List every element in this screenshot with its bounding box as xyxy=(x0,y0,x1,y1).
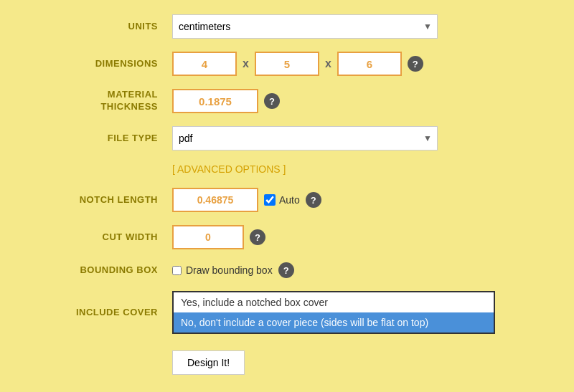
units-row: UNITS centimeters inches millimeters ▼ xyxy=(29,14,545,39)
include-cover-control: Yes, include a notched box cover No, don… xyxy=(172,291,495,334)
notch-auto-checkbox[interactable] xyxy=(264,194,276,206)
material-thickness-row: MATERIAL THICKNESS ? xyxy=(29,89,545,113)
bounding-box-help-icon[interactable]: ? xyxy=(278,262,294,278)
cover-option-yes[interactable]: Yes, include a notched box cover xyxy=(174,292,494,312)
dimension-y-input[interactable] xyxy=(255,52,319,76)
notch-length-help-icon[interactable]: ? xyxy=(306,192,321,208)
material-thickness-control: ? xyxy=(172,89,280,113)
bounding-box-checkbox-label: Draw bounding box xyxy=(172,264,273,276)
material-thickness-input[interactable] xyxy=(172,89,258,113)
bounding-box-control: Draw bounding box ? xyxy=(172,262,294,278)
include-cover-dropdown: Yes, include a notched box cover No, don… xyxy=(172,291,495,334)
dimension-z-input[interactable] xyxy=(337,52,402,76)
include-cover-label: INCLUDE COVER xyxy=(29,307,172,319)
dimensions-row: DIMENSIONS x x ? xyxy=(29,52,545,76)
notch-auto-label: Auto xyxy=(264,194,300,206)
bounding-box-row: BOUNDING BOX Draw bounding box ? xyxy=(29,262,545,278)
file-type-select[interactable]: pdf svg dxf xyxy=(172,126,438,150)
notch-length-row: NOTCH LENGTH Auto ? xyxy=(29,188,545,212)
dimension-x-input[interactable] xyxy=(172,52,237,76)
dimensions-control: x x ? xyxy=(172,52,423,76)
material-thickness-label: MATERIAL THICKNESS xyxy=(29,89,172,113)
notch-length-control: Auto ? xyxy=(172,188,321,212)
cut-width-control: ? xyxy=(172,225,265,249)
bounding-box-checkbox[interactable] xyxy=(172,266,182,275)
dimensions-label: DIMENSIONS xyxy=(29,58,172,70)
notch-length-label: NOTCH LENGTH xyxy=(29,194,172,206)
bounding-box-label: BOUNDING BOX xyxy=(29,264,172,277)
dim-separator-2: x xyxy=(325,57,331,70)
material-thickness-help-icon[interactable]: ? xyxy=(264,93,280,109)
file-type-control: pdf svg dxf ▼ xyxy=(172,126,438,150)
submit-row: Design It! xyxy=(29,347,545,375)
file-type-label: FILE TYPE xyxy=(29,133,172,145)
units-select-wrapper: centimeters inches millimeters ▼ xyxy=(172,14,438,39)
dim-separator-1: x xyxy=(243,57,249,70)
design-it-button[interactable]: Design It! xyxy=(172,350,245,375)
file-type-row: FILE TYPE pdf svg dxf ▼ xyxy=(29,126,545,150)
advanced-options-row: [ ADVANCED OPTIONS ] xyxy=(172,163,545,175)
cut-width-help-icon[interactable]: ? xyxy=(250,229,265,245)
page-container: UNITS centimeters inches millimeters ▼ D… xyxy=(0,0,574,392)
include-cover-row: INCLUDE COVER Yes, include a notched box… xyxy=(29,291,545,334)
notch-length-input[interactable] xyxy=(172,188,258,212)
units-select[interactable]: centimeters inches millimeters xyxy=(172,14,438,39)
units-control: centimeters inches millimeters ▼ xyxy=(172,14,438,39)
cut-width-label: CUT WIDTH xyxy=(29,231,172,244)
units-label: UNITS xyxy=(29,21,172,33)
dimensions-help-icon[interactable]: ? xyxy=(408,56,423,72)
file-type-select-wrapper: pdf svg dxf ▼ xyxy=(172,126,438,150)
cut-width-row: CUT WIDTH ? xyxy=(29,225,545,249)
cut-width-input[interactable] xyxy=(172,225,244,249)
advanced-options-link[interactable]: [ ADVANCED OPTIONS ] xyxy=(172,163,286,175)
cover-option-no[interactable]: No, don't include a cover piece (sides w… xyxy=(174,312,494,333)
